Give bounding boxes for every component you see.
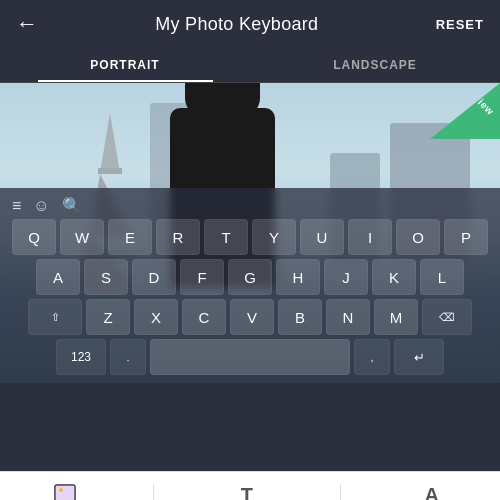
select-font-icon: T <box>241 484 253 500</box>
back-button[interactable]: ← <box>16 11 38 37</box>
tab-bar: PORTRAIT LANDSCAPE <box>0 48 500 83</box>
key-z[interactable]: Z <box>86 299 130 335</box>
bg-color-button[interactable]: BG Color <box>23 476 108 500</box>
svg-rect-1 <box>98 168 122 174</box>
key-g[interactable]: G <box>228 259 272 295</box>
key-q[interactable]: Q <box>12 219 56 255</box>
key-a[interactable]: A <box>36 259 80 295</box>
key-s[interactable]: S <box>84 259 128 295</box>
key-shift[interactable]: ⇧ <box>28 299 82 335</box>
keyboard-row-1: Q W E R T Y U I O P <box>4 219 496 255</box>
key-f[interactable]: F <box>180 259 224 295</box>
key-comma[interactable]: , <box>354 339 390 375</box>
divider-1 <box>153 484 154 501</box>
key-h[interactable]: H <box>276 259 320 295</box>
key-t[interactable]: T <box>204 219 248 255</box>
keyboard-row-4: 123 . , ↵ <box>4 339 496 375</box>
key-123[interactable]: 123 <box>56 339 106 375</box>
main-content: Preview ≡ ☺ 🔍 Q W E R T Y U I O P <box>0 83 500 500</box>
svg-marker-0 <box>100 113 120 173</box>
key-o[interactable]: O <box>396 219 440 255</box>
bg-color-icon <box>54 484 76 500</box>
key-r[interactable]: R <box>156 219 200 255</box>
svg-rect-7 <box>55 485 75 500</box>
keyboard-preview: Preview ≡ ☺ 🔍 Q W E R T Y U I O P <box>0 83 500 383</box>
page-title: My Photo Keyboard <box>155 14 318 35</box>
key-p[interactable]: P <box>444 219 488 255</box>
reset-button[interactable]: RESET <box>436 17 484 32</box>
key-i[interactable]: I <box>348 219 392 255</box>
font-color-button[interactable]: A Font Color <box>386 476 477 500</box>
tab-portrait[interactable]: PORTRAIT <box>0 48 250 82</box>
key-b[interactable]: B <box>278 299 322 335</box>
key-d[interactable]: D <box>132 259 176 295</box>
keyboard-row-2: A S D F G H J K L <box>4 259 496 295</box>
keyboard-overlay: ≡ ☺ 🔍 Q W E R T Y U I O P A S D <box>0 188 500 383</box>
font-color-icon: A <box>424 484 438 500</box>
hamburger-icon[interactable]: ≡ <box>12 197 21 215</box>
select-font-button[interactable]: T Select Font <box>199 476 295 500</box>
key-y[interactable]: Y <box>252 219 296 255</box>
app-header: ← My Photo Keyboard RESET <box>0 0 500 48</box>
key-u[interactable]: U <box>300 219 344 255</box>
bottom-toolbar: BG Color T Select Font A Font Color <box>0 471 500 500</box>
key-n[interactable]: N <box>326 299 370 335</box>
key-j[interactable]: J <box>324 259 368 295</box>
keyboard-topbar: ≡ ☺ 🔍 <box>4 194 496 219</box>
tab-landscape[interactable]: LANDSCAPE <box>250 48 500 82</box>
divider-2 <box>340 484 341 501</box>
key-enter[interactable]: ↵ <box>394 339 444 375</box>
key-e[interactable]: E <box>108 219 152 255</box>
key-v[interactable]: V <box>230 299 274 335</box>
svg-point-8 <box>59 488 63 492</box>
key-period[interactable]: . <box>110 339 146 375</box>
keyboard-row-3: ⇧ Z X C V B N M ⌫ <box>4 299 496 335</box>
key-x[interactable]: X <box>134 299 178 335</box>
key-w[interactable]: W <box>60 219 104 255</box>
key-c[interactable]: C <box>182 299 226 335</box>
search-icon[interactable]: 🔍 <box>62 196 82 215</box>
emoji-icon[interactable]: ☺ <box>33 197 49 215</box>
key-backspace[interactable]: ⌫ <box>422 299 472 335</box>
key-space[interactable] <box>150 339 350 375</box>
key-k[interactable]: K <box>372 259 416 295</box>
key-m[interactable]: M <box>374 299 418 335</box>
key-l[interactable]: L <box>420 259 464 295</box>
